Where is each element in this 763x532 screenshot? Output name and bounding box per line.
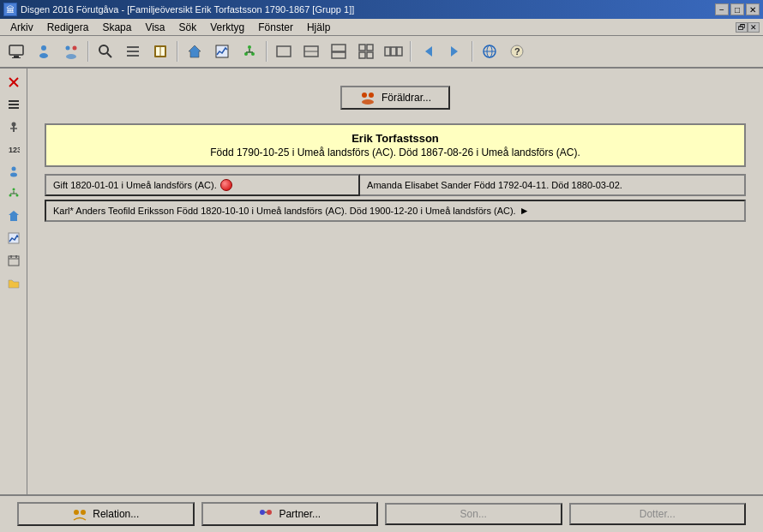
maximize-button[interactable]: □ xyxy=(730,3,744,15)
svg-rect-48 xyxy=(9,107,19,109)
sidebar-btn-chart[interactable] xyxy=(3,228,24,248)
minimize-button[interactable]: − xyxy=(715,3,729,15)
svg-rect-11 xyxy=(127,51,139,52)
close-button[interactable]: ✕ xyxy=(746,3,760,15)
svg-point-74 xyxy=(267,510,272,515)
sidebar-btn-home[interactable] xyxy=(3,206,24,226)
toolbar-box3-btn[interactable] xyxy=(326,39,351,63)
marriage-label: Gift 1820-01-01 i Umeå landsförs (AC). xyxy=(53,180,217,190)
menu-skapa[interactable]: Skapa xyxy=(95,20,138,35)
svg-rect-36 xyxy=(397,47,402,56)
toolbar-help-btn[interactable]: ? xyxy=(504,39,530,63)
toolbar-forward-btn[interactable] xyxy=(442,39,468,63)
inner-restore-button[interactable]: 🗗 xyxy=(736,22,748,33)
toolbar-family-btn[interactable] xyxy=(58,39,84,63)
svg-point-5 xyxy=(66,46,70,51)
menu-visa[interactable]: Visa xyxy=(138,20,171,35)
parents-button[interactable]: Föräldrar... xyxy=(340,86,450,110)
app-icon: 🏛 xyxy=(3,3,17,16)
child-text: Karl* Anders Teofild Eriksson Född 1820-… xyxy=(53,206,516,216)
toolbar-screen-btn[interactable] xyxy=(3,39,29,63)
sidebar-btn-numbers[interactable]: 123 xyxy=(3,139,24,159)
svg-point-70 xyxy=(362,99,374,105)
menu-fonster[interactable]: Fönster xyxy=(251,20,300,35)
svg-point-54 xyxy=(10,173,17,177)
sidebar-btn-calendar[interactable] xyxy=(3,250,24,271)
inner-close-button[interactable]: ✕ xyxy=(748,22,760,33)
toolbar-tree-btn[interactable] xyxy=(237,39,262,63)
svg-text:123: 123 xyxy=(9,146,20,154)
svg-rect-47 xyxy=(9,104,19,105)
svg-rect-29 xyxy=(332,52,345,58)
menu-sok[interactable]: Sök xyxy=(172,20,204,35)
toolbar-sep-5 xyxy=(472,41,473,62)
relation-button-label: Relation... xyxy=(93,508,139,520)
menu-arkiv[interactable]: Arkiv xyxy=(3,20,40,35)
partner-button-label: Partner... xyxy=(279,508,321,520)
svg-rect-28 xyxy=(332,45,345,51)
toolbar-box5-btn[interactable] xyxy=(381,39,406,63)
svg-rect-12 xyxy=(127,55,139,57)
sidebar-btn-person[interactable] xyxy=(3,161,24,182)
son-button[interactable]: Son... xyxy=(385,503,562,525)
person-dates: Född 1790-10-25 i Umeå landsförs (AC). D… xyxy=(57,146,734,158)
son-button-label: Son... xyxy=(460,508,487,520)
svg-rect-31 xyxy=(367,45,373,51)
svg-point-69 xyxy=(369,93,374,98)
toolbar-person-btn[interactable] xyxy=(31,39,57,63)
dotter-button[interactable]: Dotter... xyxy=(569,503,747,525)
sidebar-btn-list[interactable] xyxy=(3,94,24,115)
toolbar-list-btn[interactable] xyxy=(120,39,146,63)
main-area: 123 Föräldrar... xyxy=(0,69,763,494)
content-area: Föräldrar... Erik Torfastsson Född 1790-… xyxy=(27,69,763,494)
svg-point-53 xyxy=(11,167,15,171)
svg-marker-37 xyxy=(425,46,432,57)
bottom-buttons-bar: Relation... Partner... Son... Dotter... xyxy=(0,494,763,532)
marriage-button[interactable]: Gift 1820-01-01 i Umeå landsförs (AC). xyxy=(45,174,360,196)
toolbar-box4-btn[interactable] xyxy=(353,39,379,63)
svg-point-8 xyxy=(99,45,108,54)
sidebar-btn-close[interactable] xyxy=(3,72,24,93)
svg-point-3 xyxy=(41,45,46,51)
toolbar-box1-btn[interactable] xyxy=(271,39,297,63)
person-card: Erik Torfastsson Född 1790-10-25 i Umeå … xyxy=(45,123,746,167)
window-title: Disgen 2016 Förutgåva - [Familjeöversikt… xyxy=(21,4,354,15)
svg-rect-46 xyxy=(9,100,19,102)
child-arrow-icon: ► xyxy=(520,205,530,217)
partner-info: Amanda Elisabet Sander Född 1792-04-11. … xyxy=(360,174,746,196)
toolbar-web-btn[interactable] xyxy=(477,39,502,63)
svg-marker-16 xyxy=(189,45,201,57)
toolbar-sep-2 xyxy=(177,41,178,62)
svg-rect-34 xyxy=(385,47,390,56)
svg-rect-64 xyxy=(9,256,19,266)
svg-rect-1 xyxy=(14,56,19,57)
toolbar-search-btn[interactable] xyxy=(93,39,118,63)
toolbar-book-btn[interactable] xyxy=(147,39,173,63)
svg-point-4 xyxy=(39,53,48,58)
toolbar-back-btn[interactable] xyxy=(415,39,441,63)
svg-point-7 xyxy=(66,54,76,59)
toolbar: ? xyxy=(0,36,763,69)
svg-rect-10 xyxy=(127,46,139,48)
sidebar-btn-folder[interactable] xyxy=(3,272,24,293)
svg-point-73 xyxy=(260,510,265,515)
menu-hjalp[interactable]: Hjälp xyxy=(300,20,337,35)
svg-rect-25 xyxy=(277,46,291,57)
toolbar-box2-btn[interactable] xyxy=(298,39,324,63)
partner-button[interactable]: Partner... xyxy=(201,502,379,526)
toolbar-chart-btn[interactable] xyxy=(209,39,235,63)
menu-verktyg[interactable]: Verktyg xyxy=(203,20,251,35)
svg-rect-32 xyxy=(359,52,365,58)
svg-point-68 xyxy=(362,93,367,98)
svg-line-9 xyxy=(107,53,111,57)
svg-point-57 xyxy=(9,194,11,197)
relation-button[interactable]: Relation... xyxy=(17,502,195,526)
toolbar-home-btn[interactable] xyxy=(182,39,207,63)
window-controls: − □ ✕ xyxy=(715,3,760,15)
svg-rect-17 xyxy=(216,45,228,57)
svg-text:?: ? xyxy=(514,46,520,57)
sidebar-btn-pin[interactable] xyxy=(3,117,24,137)
sidebar-btn-tree[interactable] xyxy=(3,183,24,204)
family-row: Gift 1820-01-01 i Umeå landsförs (AC). A… xyxy=(45,174,746,196)
menu-redigera[interactable]: Redigera xyxy=(40,20,96,35)
